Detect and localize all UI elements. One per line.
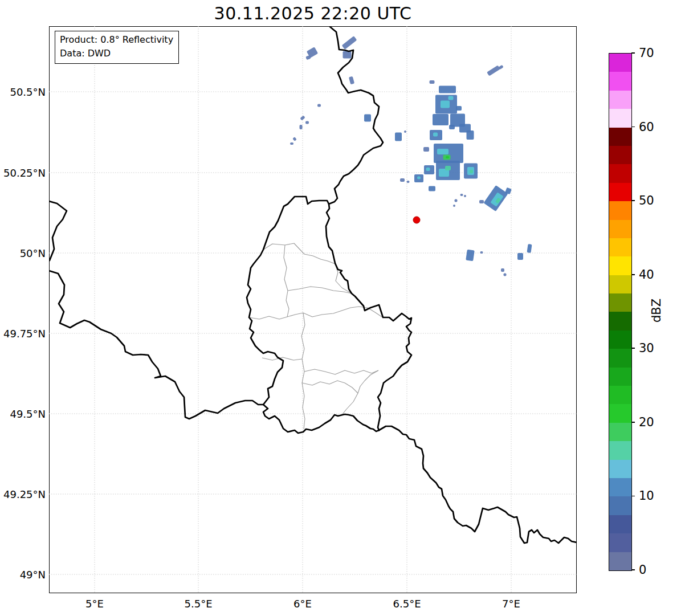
colorbar-segment — [609, 515, 631, 533]
colorbar-tick-mark — [631, 569, 635, 570]
colorbar-segment — [609, 533, 631, 552]
colorbar-segment — [609, 349, 631, 367]
colorbar-tick-mark — [631, 200, 635, 201]
longitude-tick-label: 5°E — [85, 598, 104, 610]
colorbar-segment — [609, 238, 631, 256]
colorbar-segment — [609, 275, 631, 293]
radar-echo — [445, 166, 451, 170]
longitude-tick-label: 7°E — [502, 598, 520, 610]
radar-echo — [487, 66, 500, 76]
colorbar-segment — [609, 386, 631, 404]
product-label: Product: 0.8° Reflectivity — [60, 33, 173, 47]
radar-echo — [426, 168, 430, 171]
colorbar-segment — [609, 54, 631, 72]
colorbar-tick-label: 0 — [639, 563, 646, 577]
colorbar-tick-label: 60 — [639, 120, 654, 134]
district-border-path — [284, 245, 289, 317]
radar-echo — [364, 115, 371, 122]
radar-echo — [464, 195, 466, 197]
colorbar-segment — [609, 146, 631, 164]
radar-echo — [317, 104, 321, 107]
latitude-tick-label: 50.5°N — [10, 86, 46, 98]
district-border-path — [302, 381, 358, 415]
colorbar-segment — [609, 201, 631, 219]
colorbar-segment — [609, 72, 631, 90]
colorbar-tick-mark — [631, 127, 635, 128]
colorbar-segment — [609, 423, 631, 441]
colorbar-tick-label: 20 — [639, 415, 654, 429]
radar-echo — [437, 149, 448, 154]
colorbar-tick-mark — [631, 348, 635, 349]
country-border-path — [326, 26, 411, 430]
radar-echo — [439, 86, 456, 93]
data-source-label: Data: DWD — [60, 47, 173, 60]
colorbar-segment — [609, 441, 631, 459]
radar-echo — [400, 178, 405, 182]
radar-echo — [470, 170, 473, 173]
reflectivity-colorbar — [609, 53, 632, 571]
radar-echo — [300, 125, 303, 129]
radar-echo — [467, 130, 474, 140]
colorbar-segment — [609, 183, 631, 201]
district-border-path — [358, 370, 378, 393]
radar-echo — [448, 96, 454, 100]
radar-echo — [417, 177, 421, 180]
page-title: 30.11.2025 22:20 UTC — [49, 3, 577, 23]
country-border-path — [49, 271, 263, 419]
radar-echo — [300, 116, 305, 121]
radar-echo — [305, 121, 309, 124]
map-canvas — [49, 26, 577, 593]
radar-echo — [290, 142, 293, 145]
colorbar-tick-label: 40 — [639, 268, 654, 282]
colorbar-tick-label: 70 — [639, 46, 654, 60]
colorbar-segment — [609, 496, 631, 515]
radar-echo — [404, 130, 406, 133]
radar-echo — [446, 156, 449, 158]
colorbar-segment — [609, 460, 631, 478]
colorbar-segment — [609, 293, 631, 312]
colorbar-segment — [609, 164, 631, 182]
radar-echo — [449, 125, 455, 129]
latitude-tick-label: 49.75°N — [3, 328, 46, 340]
country-border-path — [49, 201, 67, 260]
district-border-path — [249, 307, 382, 319]
colorbar-tick-mark — [631, 274, 635, 275]
latitude-tick-label: 50°N — [20, 247, 46, 259]
colorbar-segment — [609, 404, 631, 422]
radar-map-page: { "title": "30.11.2025 22:20 UTC", "info… — [0, 0, 685, 616]
colorbar-segment — [609, 128, 631, 146]
colorbar-segment — [609, 312, 631, 330]
radar-echo — [504, 274, 507, 276]
district-border-path — [263, 243, 335, 264]
radar-echo — [343, 51, 352, 59]
district-border-path — [301, 313, 305, 429]
colorbar-tick-label: 10 — [639, 489, 654, 503]
radar-echo — [342, 36, 357, 50]
colorbar-tick-mark — [631, 422, 635, 423]
radar-echo — [501, 268, 504, 272]
longitude-tick-label: 5.5°E — [185, 598, 213, 610]
radar-echo — [479, 200, 484, 203]
colorbar-segment — [609, 552, 631, 570]
longitude-tick-label: 6.5°E — [393, 598, 421, 610]
radar-site-marker — [413, 217, 420, 223]
country-border-path — [379, 426, 577, 543]
radar-echo — [429, 186, 435, 191]
latitude-tick-label: 49°N — [20, 569, 46, 581]
colorbar-segment — [609, 220, 631, 238]
colorbar-segment — [609, 331, 631, 349]
radar-echo — [433, 133, 438, 137]
colorbar-tick-mark — [631, 52, 635, 54]
radar-echo — [460, 194, 463, 196]
radar-echo — [433, 114, 448, 125]
radar-echo — [292, 137, 297, 141]
country-border-path — [247, 197, 379, 433]
colorbar-tick-mark — [631, 496, 635, 497]
district-border-path — [304, 369, 378, 374]
radar-echo — [349, 76, 354, 84]
radar-echo — [517, 253, 523, 260]
longitude-tick-label: 6°E — [293, 598, 312, 610]
colorbar-segment — [609, 109, 631, 127]
latitude-tick-label: 49.5°N — [10, 408, 46, 420]
colorbar-segment — [609, 478, 631, 496]
